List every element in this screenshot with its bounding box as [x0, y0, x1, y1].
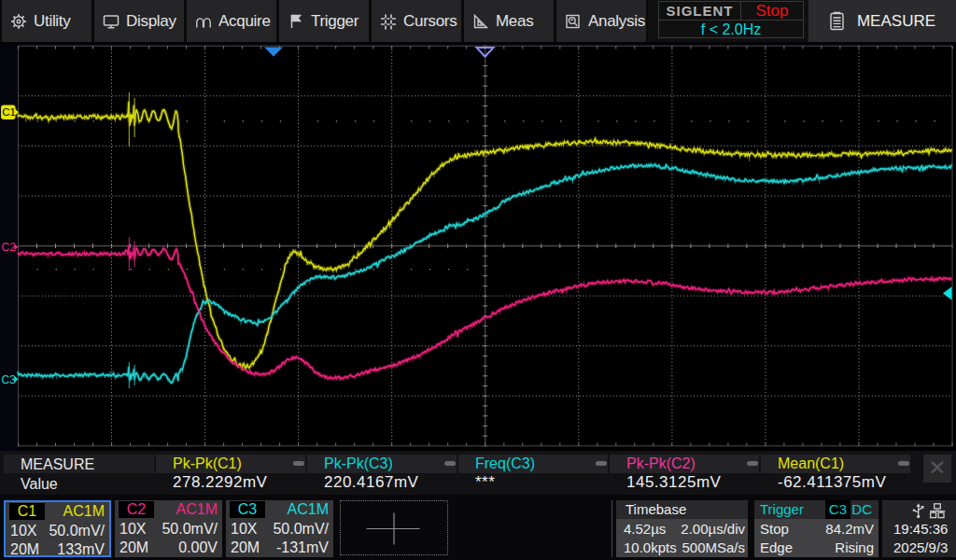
svg-text:C2: C2 [2, 241, 17, 254]
svg-text:C1: C1 [2, 106, 16, 118]
svg-text:C3: C3 [2, 373, 17, 386]
